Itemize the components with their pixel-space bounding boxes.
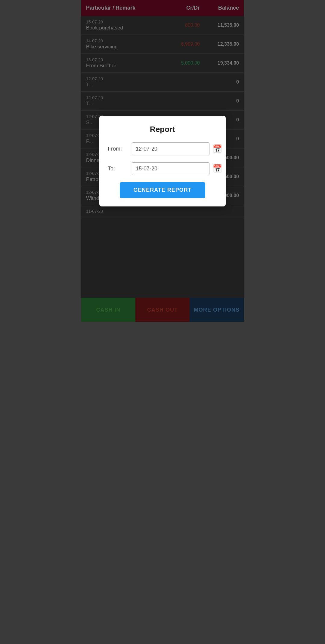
report-modal: Report From: 📅 To: 📅 GENERATE REPORT [99, 116, 226, 206]
to-calendar-icon[interactable]: 📅 [212, 162, 222, 175]
to-label: To: [108, 166, 132, 172]
generate-report-button[interactable]: GENERATE REPORT [120, 182, 205, 198]
to-row: To: 📅 [108, 162, 217, 175]
from-calendar-icon[interactable]: 📅 [212, 142, 222, 156]
from-date-input[interactable] [132, 142, 209, 155]
to-date-input[interactable] [132, 162, 209, 175]
modal-title: Report [108, 125, 217, 134]
from-label: From: [108, 146, 132, 152]
modal-overlay[interactable]: Report From: 📅 To: 📅 GENERATE REPORT [81, 0, 244, 322]
from-row: From: 📅 [108, 142, 217, 156]
